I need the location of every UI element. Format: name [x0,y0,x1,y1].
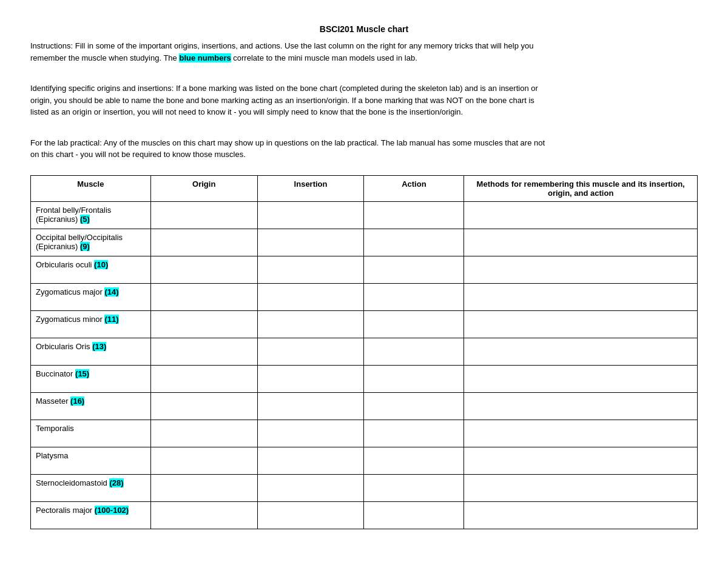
methods-cell [464,256,698,283]
action-cell [364,310,464,338]
origin-cell [150,392,257,420]
insertion-cell [257,474,364,501]
origin-cell [150,338,257,365]
muscle-cell: Platysma [31,447,151,474]
muscle-number: (10) [94,260,108,269]
methods-cell [464,338,698,365]
muscle-number: (15) [75,369,89,378]
muscle-name: Temporalis [36,424,74,433]
muscle-cell: Pectoralis major (100-102) [31,501,151,529]
origin-cell [150,474,257,501]
highlight-blue-numbers: blue numbers [179,53,231,62]
muscle-cell: Zygomaticus major (14) [31,283,151,310]
insertion-cell [257,365,364,392]
muscle-name: Orbicularis Oris [36,342,92,351]
instructions-block: Instructions: Fill in some of the import… [30,40,698,64]
insertion-cell [257,392,364,420]
action-cell [364,283,464,310]
origin-cell [150,201,257,229]
insertion-cell [257,283,364,310]
muscle-name: Platysma [36,451,68,460]
instructions-text-3: correlate to the mini muscle man models … [231,53,417,62]
muscle-name: Sternocleidomastoid [36,478,109,487]
action-cell [364,365,464,392]
action-cell [364,256,464,283]
insertion-cell [257,501,364,529]
action-cell [364,447,464,474]
muscle-cell: Orbicularis Oris (13) [31,338,151,365]
origin-cell [150,365,257,392]
methods-cell [464,392,698,420]
table-row: Zygomaticus minor (11) [31,310,698,338]
action-cell [364,420,464,447]
muscle-cell: Masseter (16) [31,392,151,420]
muscle-chart-table: Muscle Origin Insertion Action Methods f… [30,175,698,529]
header-origin: Origin [150,175,257,201]
table-row: Orbicularis Oris (13) [31,338,698,365]
table-row: Temporalis [31,420,698,447]
muscle-cell: Buccinator (15) [31,365,151,392]
header-action: Action [364,175,464,201]
origin-cell [150,283,257,310]
origin-cell [150,229,257,256]
origin-cell [150,501,257,529]
table-row: Orbicularis oculi (10) [31,256,698,283]
action-cell [364,201,464,229]
insertion-cell [257,256,364,283]
muscle-name: Zygomaticus minor [36,315,104,324]
muscle-name: Orbicularis oculi [36,260,94,269]
insertion-cell [257,338,364,365]
muscle-cell: Occipital belly/Occipitalis (Epicranius)… [31,229,151,256]
table-row: Frontal belly/Frontalis (Epicranius) (5) [31,201,698,229]
muscle-name: Masseter [36,396,70,406]
insertion-cell [257,201,364,229]
muscle-cell: Sternocleidomastoid (28) [31,474,151,501]
methods-cell [464,501,698,529]
methods-cell [464,420,698,447]
methods-cell [464,229,698,256]
muscle-number: (100-102) [95,506,129,515]
methods-cell [464,447,698,474]
action-cell [364,229,464,256]
insertion-cell [257,420,364,447]
muscle-number: (16) [70,396,84,406]
table-row: Buccinator (15) [31,365,698,392]
action-cell [364,338,464,365]
action-cell [364,392,464,420]
muscle-number: (28) [109,478,123,487]
page-title: BSCI201 Muscle chart [30,24,698,34]
header-muscle: Muscle [31,175,151,201]
table-row: Masseter (16) [31,392,698,420]
origin-cell [150,310,257,338]
origin-cell [150,256,257,283]
methods-cell [464,365,698,392]
muscle-name: Occipital belly/Occipitalis (Epicranius) [36,233,123,251]
header-insertion: Insertion [257,175,364,201]
muscle-number: (13) [92,342,106,351]
muscle-name: Pectoralis major [36,506,95,515]
instructions-text-2: remember the muscle when studying. The [30,53,179,62]
muscle-number: (5) [80,215,90,224]
instructions-text-1: Instructions: Fill in some of the import… [30,41,533,50]
paragraph-2: Identifying specific origins and inserti… [30,82,698,118]
muscle-name: Frontal belly/Frontalis (Epicranius) [36,206,111,224]
methods-cell [464,474,698,501]
action-cell [364,474,464,501]
muscle-number: (11) [104,315,118,324]
methods-cell [464,283,698,310]
origin-cell [150,420,257,447]
table-header-row: Muscle Origin Insertion Action Methods f… [31,175,698,201]
paragraph-3: For the lab practical: Any of the muscle… [30,137,698,161]
methods-cell [464,201,698,229]
muscle-cell: Zygomaticus minor (11) [31,310,151,338]
muscle-cell: Temporalis [31,420,151,447]
muscle-cell: Orbicularis oculi (10) [31,256,151,283]
insertion-cell [257,229,364,256]
table-row: Sternocleidomastoid (28) [31,474,698,501]
methods-cell [464,310,698,338]
table-row: Zygomaticus major (14) [31,283,698,310]
muscle-number: (14) [104,287,118,296]
insertion-cell [257,447,364,474]
muscle-number: (9) [80,242,90,251]
origin-cell [150,447,257,474]
